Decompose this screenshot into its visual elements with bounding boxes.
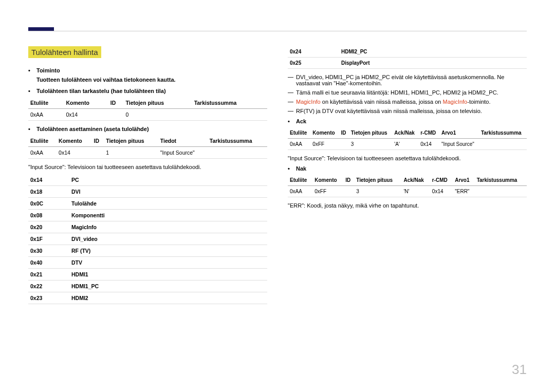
dash-icon: ―: [288, 74, 296, 86]
bullet-set: Tulolähteen asettaminen (aseta tulolähde…: [36, 126, 267, 132]
th: Tarkistussumma: [192, 97, 267, 109]
dash-note-2: Tämä malli ei tue seuraavia liitäntöjä: …: [296, 89, 527, 96]
dash-icon: ―: [288, 99, 296, 105]
code-name: DVI_video: [69, 233, 267, 245]
th: Komento: [310, 127, 339, 139]
th: Komento: [64, 97, 108, 109]
code-value: 0x23: [28, 292, 69, 304]
input-source-note: "Input Source": Televisioon tai tuottees…: [28, 164, 267, 170]
code-value: 0x25: [288, 58, 339, 69]
th: Komento: [57, 135, 91, 147]
td: 3: [349, 139, 393, 150]
td: 0x14: [430, 186, 453, 197]
td: [92, 147, 104, 159]
code-name: RF (TV): [69, 245, 267, 257]
input-source-note-2: "Input Source": Televisioon tai tuottees…: [288, 155, 527, 161]
code-row: 0x24HDMI2_PC: [288, 46, 527, 58]
bullet-status: Tulolähteen tilan tarkastelu (hae tulolä…: [36, 88, 267, 94]
td: 0xFF: [310, 139, 339, 150]
td: [339, 139, 348, 150]
td: 1: [104, 147, 158, 159]
th: Etuliite: [288, 127, 310, 139]
code-name: HDMI1: [69, 269, 267, 281]
code-name: HDMI2: [69, 292, 267, 304]
td: 0x14: [64, 109, 108, 121]
th: Komento: [312, 175, 343, 186]
code-row: 0x30RF (TV): [28, 245, 267, 257]
bullet-dot: •: [28, 126, 36, 132]
code-name: DisplayPort: [339, 58, 527, 69]
code-value: 0x08: [28, 210, 69, 221]
left-column: Tulolähteen hallinta • Toiminto Tuotteen…: [28, 46, 267, 309]
ack-label: Ack: [296, 118, 527, 124]
bullet-dot: •: [288, 165, 296, 172]
th: Tiedot: [158, 135, 208, 147]
th: ID: [92, 135, 104, 147]
code-row: 0x40DTV: [28, 257, 267, 269]
code-row: 0x18DVI: [28, 186, 267, 198]
td: 0xAA: [288, 139, 310, 150]
td: [343, 186, 354, 197]
th: ID: [108, 97, 124, 109]
code-value: 0x30: [28, 245, 69, 257]
code-value: 0x18: [28, 186, 69, 198]
status-table: Etuliite Komento ID Tietojen pituus Tark…: [28, 97, 267, 121]
td: 'N': [401, 186, 430, 197]
code-value: 0x20: [28, 221, 69, 233]
codes-table: 0x14PC0x18DVI0x0CTulolähde0x08Komponentt…: [28, 174, 267, 304]
txt: on käytettävissä vain niissä malleissa, …: [321, 99, 443, 105]
th: ID: [339, 127, 348, 139]
ack-table: Etuliite Komento ID Tietojen pituus Ack/…: [288, 127, 527, 150]
bullet-dot: •: [288, 118, 296, 124]
top-codes-table: 0x24HDMI2_PC0x25DisplayPort: [288, 46, 527, 69]
code-name: HDMI1_PC: [69, 281, 267, 292]
code-row: 0x0CTulolähde: [28, 198, 267, 210]
nak-label: Nak: [296, 165, 527, 172]
dash-icon: ―: [288, 89, 296, 96]
td: 0: [124, 109, 192, 121]
dash-icon: ―: [288, 108, 296, 114]
code-name: PC: [69, 174, 267, 186]
section-heading: Tulolähteen hallinta: [28, 46, 101, 58]
bullet-toiminto: Toiminto: [36, 67, 267, 73]
code-value: 0x40: [28, 257, 69, 269]
dash-note-1: DVI_video, HDMI1_PC ja HDMI2_PC eivät ol…: [296, 74, 527, 86]
td: [108, 109, 124, 121]
td: "Input Source": [158, 147, 208, 159]
th: r-CMD: [430, 175, 453, 186]
code-value: 0x24: [288, 46, 339, 58]
code-row: 0x1FDVI_video: [28, 233, 267, 245]
code-value: 0x22: [28, 281, 69, 292]
th: ID: [343, 175, 354, 186]
code-name: HDMI2_PC: [339, 46, 527, 58]
accent: MagicInfo: [296, 99, 321, 105]
th: Tarkistussumma: [475, 175, 527, 186]
th: Etuliite: [288, 175, 312, 186]
code-row: 0x20MagicInfo: [28, 221, 267, 233]
code-name: DVI: [69, 186, 267, 198]
right-column: 0x24HDMI2_PC0x25DisplayPort ― DVI_video,…: [288, 46, 527, 309]
td: 0xFF: [312, 186, 343, 197]
code-name: Komponentti: [69, 210, 267, 221]
td: 0x14: [57, 147, 91, 159]
th: Etuliite: [28, 135, 57, 147]
code-row: 0x21HDMI1: [28, 269, 267, 281]
dash-note-3: MagicInfo on käytettävissä vain niissä m…: [296, 99, 527, 105]
td: "Input Source": [439, 139, 479, 150]
accent-bar: [28, 27, 54, 31]
page-number: 31: [512, 362, 527, 378]
code-value: 0x0C: [28, 198, 69, 210]
td: 3: [354, 186, 401, 197]
dash-note-4: RF(TV) ja DTV ovat käytettävissä vain ni…: [296, 108, 527, 114]
th: Tarkistussumma: [208, 135, 267, 147]
code-value: 0x14: [28, 174, 69, 186]
code-name: MagicInfo: [69, 221, 267, 233]
td: 0xAA: [28, 109, 64, 121]
code-row: 0x22HDMI1_PC: [28, 281, 267, 292]
code-row: 0x14PC: [28, 174, 267, 186]
bullet-sub: Tuotteen tulolähteen voi vaihtaa tietoko…: [36, 77, 267, 83]
th: Tietojen pituus: [124, 97, 192, 109]
th: r-CMD: [418, 127, 439, 139]
code-name: Tulolähde: [69, 198, 267, 210]
err-note: "ERR": Koodi, josta näkyy, mikä virhe on…: [288, 202, 527, 209]
